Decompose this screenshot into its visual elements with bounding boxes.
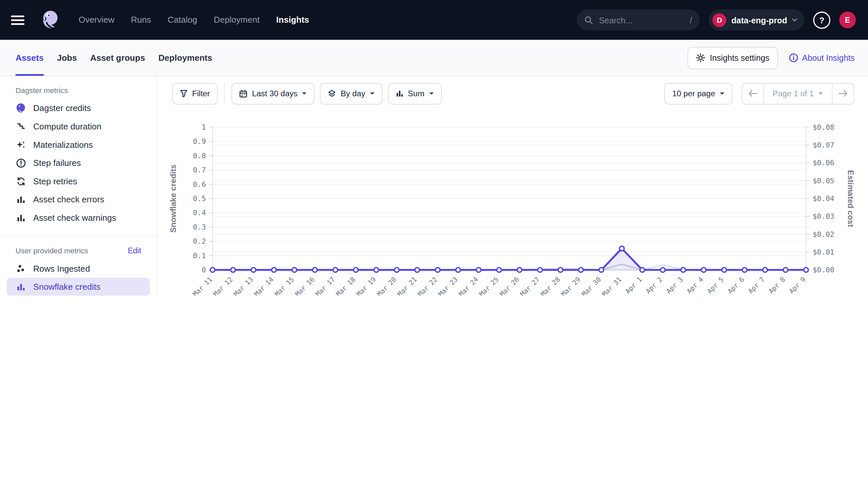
sidebar-item-label: Step failures: [33, 158, 81, 168]
edit-metrics-link[interactable]: Edit: [128, 246, 141, 255]
help-icon[interactable]: ?: [813, 12, 830, 29]
page-indicator-label: Page 1 of 1: [773, 89, 814, 98]
svg-text:0.5: 0.5: [193, 195, 206, 203]
next-page-button[interactable]: [832, 83, 854, 104]
menu-icon[interactable]: [11, 15, 24, 25]
caret-down-icon: [302, 92, 307, 95]
bar-chart-icon: [396, 90, 404, 97]
svg-text:Mar 16: Mar 16: [294, 276, 316, 296]
caret-down-icon: [429, 92, 434, 95]
insights-settings-button[interactable]: Insights settings: [688, 47, 778, 69]
search-box[interactable]: /: [577, 10, 700, 30]
sidebar-item-rows-ingested[interactable]: Rows Ingested: [7, 260, 150, 278]
svg-text:0.4: 0.4: [193, 209, 206, 217]
svg-text:0.1: 0.1: [193, 252, 206, 260]
svg-text:Apr 1: Apr 1: [624, 276, 643, 295]
dagster-logo-icon: [15, 103, 26, 113]
search-icon: [585, 16, 593, 24]
sidebar-item-asset-check-errors[interactable]: Asset check errors: [7, 190, 150, 209]
arrow-left-icon: [748, 90, 757, 96]
svg-text:0.6: 0.6: [193, 180, 206, 188]
granularity-dropdown[interactable]: By day: [320, 83, 382, 104]
svg-text:Mar 19: Mar 19: [355, 276, 378, 296]
sidebar-item-dagster-credits[interactable]: Dagster credits: [7, 99, 150, 117]
bar-chart-icon: [15, 194, 26, 205]
sparkle-icon: [15, 139, 26, 150]
sidebar-item-asset-check-warnings[interactable]: Asset check warnings: [7, 209, 150, 227]
sidebar-item-label: Snowflake credits: [33, 282, 101, 292]
svg-text:Apr 6: Apr 6: [726, 276, 746, 295]
svg-text:Mar 31: Mar 31: [600, 276, 623, 296]
svg-text:0.9: 0.9: [193, 137, 206, 145]
sidebar-item-label: Step retries: [33, 176, 77, 186]
svg-text:Mar 27: Mar 27: [519, 276, 541, 296]
svg-text:Estimated cost: Estimated cost: [846, 170, 855, 227]
alert-circle-icon: [15, 158, 26, 168]
chevron-down-icon: [792, 18, 797, 22]
svg-text:Mar 13: Mar 13: [232, 276, 255, 296]
svg-text:Mar 23: Mar 23: [437, 276, 459, 296]
granularity-label: By day: [341, 89, 365, 98]
sidebar-item-compute-duration[interactable]: Compute duration: [7, 117, 150, 136]
user-avatar[interactable]: E: [839, 12, 856, 28]
svg-text:0: 0: [202, 266, 206, 274]
date-range-label: Last 30 days: [252, 89, 297, 98]
search-input[interactable]: [598, 15, 685, 25]
page-indicator-dropdown[interactable]: Page 1 of 1: [763, 83, 832, 104]
layers-icon: [328, 89, 336, 97]
svg-text:Snowflake credits: Snowflake credits: [169, 165, 178, 233]
svg-text:$0.02: $0.02: [813, 230, 834, 238]
svg-text:0.8: 0.8: [193, 152, 206, 160]
svg-text:$0.00: $0.00: [813, 266, 834, 274]
nav-item-deployment[interactable]: Deployment: [214, 15, 259, 25]
sidebar-item-materializations[interactable]: Materializations: [7, 135, 150, 154]
tab-deployments[interactable]: Deployments: [158, 40, 213, 76]
svg-text:Apr 8: Apr 8: [767, 276, 787, 295]
svg-text:Mar 12: Mar 12: [212, 276, 234, 296]
nav-item-runs[interactable]: Runs: [131, 15, 151, 25]
svg-text:1: 1: [202, 123, 206, 131]
sidebar-section-title: User provided metrics: [15, 246, 88, 254]
nav-item-catalog[interactable]: Catalog: [168, 15, 197, 25]
deployment-name: data-eng-prod: [731, 15, 787, 25]
svg-text:Apr 5: Apr 5: [705, 276, 725, 295]
retry-icon: [15, 176, 26, 186]
per-page-dropdown[interactable]: 10 per page: [664, 83, 732, 104]
svg-text:Mar 14: Mar 14: [253, 276, 275, 296]
tab-assets[interactable]: Assets: [15, 40, 44, 76]
svg-text:Mar 20: Mar 20: [375, 276, 398, 296]
about-insights-link[interactable]: About Insights: [789, 53, 855, 63]
svg-text:Apr 3: Apr 3: [665, 276, 685, 295]
dots-icon: [15, 263, 26, 274]
calendar-icon: [239, 89, 247, 97]
date-range-dropdown[interactable]: Last 30 days: [231, 83, 315, 104]
svg-text:0.7: 0.7: [193, 166, 206, 174]
aggregation-dropdown[interactable]: Sum: [388, 83, 442, 104]
insights-settings-label: Insights settings: [710, 53, 769, 63]
caret-down-icon: [370, 92, 374, 95]
about-insights-label: About Insights: [802, 53, 855, 63]
prev-page-button[interactable]: [742, 83, 764, 104]
sidebar-item-label: Dagster credits: [33, 103, 91, 113]
sidebar-item-step-retries[interactable]: Step retries: [7, 172, 150, 191]
svg-text:Mar 24: Mar 24: [457, 276, 480, 296]
svg-text:Apr 9: Apr 9: [788, 276, 807, 295]
svg-text:$0.04: $0.04: [813, 195, 834, 203]
sidebar-item-snowflake-credits[interactable]: Snowflake credits: [7, 278, 150, 296]
nav-item-insights[interactable]: Insights: [276, 15, 309, 25]
svg-text:Mar 21: Mar 21: [396, 276, 419, 296]
primary-nav: OverviewRunsCatalogDeploymentInsights: [79, 15, 309, 25]
tab-asset-groups[interactable]: Asset groups: [90, 40, 145, 76]
svg-text:$0.01: $0.01: [813, 248, 834, 256]
sidebar-item-step-failures[interactable]: Step failures: [7, 154, 150, 172]
gear-icon: [696, 53, 705, 63]
filter-button[interactable]: Filter: [172, 83, 218, 104]
nav-item-overview[interactable]: Overview: [79, 15, 114, 25]
svg-text:Mar 22: Mar 22: [416, 276, 439, 296]
sidebar-item-label: Rows Ingested: [33, 263, 90, 273]
svg-text:Mar 11: Mar 11: [191, 276, 214, 296]
svg-text:Mar 28: Mar 28: [539, 276, 562, 296]
deployment-switcher[interactable]: D data-eng-prod: [709, 10, 804, 30]
sidebar-item-label: Asset check warnings: [33, 212, 116, 222]
tab-jobs[interactable]: Jobs: [57, 40, 77, 76]
